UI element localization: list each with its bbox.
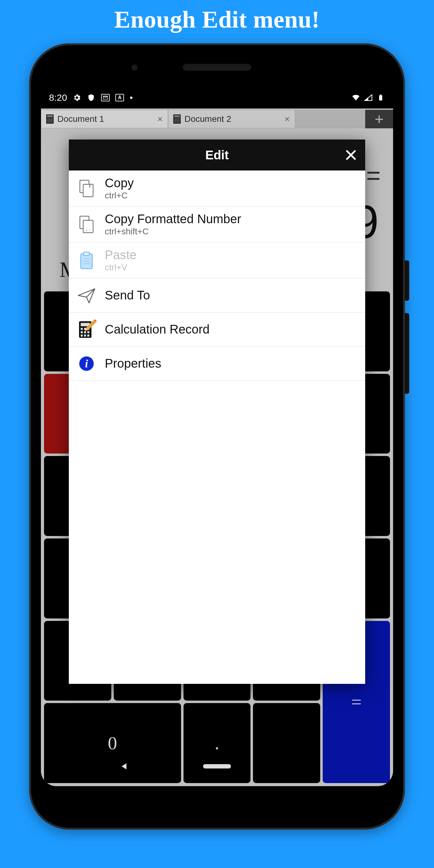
menu-item-label: Copy Formatted Number	[105, 212, 241, 226]
menu-item-label: Calculation Record	[105, 322, 210, 336]
info-icon: i	[75, 353, 97, 374]
display-equals: =	[366, 161, 381, 190]
signal-icon	[364, 93, 373, 102]
phone-side-button	[405, 313, 409, 394]
calc-key[interactable]	[253, 703, 320, 783]
calculator-pencil-icon	[75, 319, 97, 340]
menu-item-copy[interactable]: Copy ctrl+C	[69, 170, 365, 207]
svg-rect-22	[87, 335, 90, 337]
svg-rect-20	[81, 335, 83, 337]
menu-item-send-to[interactable]: Send To	[69, 278, 365, 312]
menu-item-label: Paste	[105, 248, 136, 262]
close-icon[interactable]: ×	[157, 114, 163, 124]
screen: 8:20 A •	[41, 87, 393, 786]
menu-item-shortcut: ctrl+C	[105, 191, 134, 200]
send-icon	[75, 285, 97, 306]
mail-icon	[101, 94, 110, 101]
menu-item-shortcut: ctrl+V	[105, 262, 136, 273]
svg-text:i: i	[85, 358, 88, 370]
phone-frame: 8:20 A •	[29, 43, 405, 830]
menu-item-calculation-record[interactable]: Calculation Record	[69, 312, 365, 347]
promo-title: Enough Edit menu!	[0, 0, 434, 33]
dialog-header: Edit	[69, 140, 365, 170]
svg-rect-1	[380, 95, 382, 95]
tab-document-1[interactable]: Document 1 ×	[41, 110, 168, 128]
menu-item-label: Send To	[105, 288, 150, 302]
svg-rect-14	[81, 328, 83, 330]
edit-dialog: Edit Copy ctrl+C	[69, 140, 365, 684]
close-icon	[344, 148, 358, 162]
calculator-icon	[46, 114, 54, 124]
letter-a-icon: A	[115, 94, 124, 101]
svg-text:, .: , .	[86, 225, 91, 231]
svg-rect-19	[87, 331, 90, 333]
svg-rect-21	[84, 335, 86, 337]
svg-rect-0	[379, 95, 382, 101]
dialog-list: Copy ctrl+C , . Copy Formatted Number ct…	[69, 170, 365, 684]
close-icon[interactable]: ×	[284, 114, 290, 124]
svg-rect-8	[84, 252, 90, 255]
svg-rect-3	[83, 184, 93, 196]
add-tab-button[interactable]: +	[365, 110, 393, 128]
menu-item-label: Properties	[105, 356, 161, 370]
status-bar: 8:20 A •	[41, 87, 393, 108]
wifi-icon	[351, 93, 360, 102]
menu-item-copy-formatted[interactable]: , . Copy Formatted Number ctrl+shift+C	[69, 207, 365, 242]
paste-icon	[75, 250, 97, 271]
menu-item-label: Copy	[105, 176, 134, 190]
gear-icon	[72, 93, 81, 102]
phone-side-button	[405, 260, 409, 301]
shield-icon	[87, 93, 95, 102]
calc-key-zero[interactable]: 0	[44, 703, 181, 783]
tab-document-2[interactable]: Document 2 ×	[168, 110, 295, 128]
calc-key-dot[interactable]: .	[184, 703, 251, 783]
calculator-icon	[173, 114, 181, 124]
status-dot-icon: •	[130, 93, 133, 102]
tab-label: Document 1	[57, 114, 104, 124]
phone-speaker	[183, 64, 251, 71]
dialog-title: Edit	[205, 148, 229, 162]
menu-item-paste: Paste ctrl+V	[69, 242, 365, 278]
close-button[interactable]	[342, 146, 360, 164]
phone-camera	[131, 64, 137, 71]
svg-rect-17	[81, 331, 83, 333]
plus-icon: +	[374, 110, 383, 128]
svg-rect-18	[84, 331, 86, 333]
menu-item-shortcut: ctrl+shift+C	[105, 227, 241, 237]
copy-icon	[75, 178, 97, 199]
battery-icon	[376, 93, 385, 102]
copy-formatted-icon: , .	[75, 214, 97, 235]
status-time: 8:20	[49, 92, 67, 103]
menu-item-properties[interactable]: i Properties	[69, 347, 365, 381]
tab-bar: Document 1 × Document 2 × +	[41, 110, 393, 128]
tab-label: Document 2	[184, 114, 231, 124]
